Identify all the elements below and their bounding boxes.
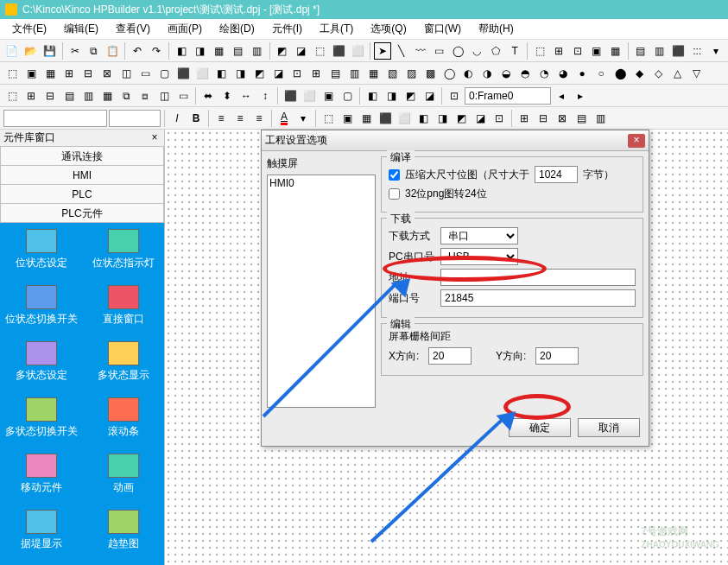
- align-06-icon[interactable]: ⧉: [117, 87, 135, 105]
- grid-x-input[interactable]: [428, 347, 472, 365]
- comp-04-icon[interactable]: ⊞: [60, 65, 78, 82]
- new-icon[interactable]: 📄: [3, 42, 21, 60]
- style-11-icon[interactable]: ⊞: [516, 110, 533, 127]
- align-22-icon[interactable]: ⊡: [446, 87, 463, 105]
- palette-item[interactable]: 位状态切换开关: [0, 282, 82, 337]
- palette-item[interactable]: 移动元件: [0, 451, 82, 505]
- comp-23-icon[interactable]: ▩: [421, 65, 439, 82]
- frame-prev-icon[interactable]: ◂: [553, 87, 570, 105]
- align-16-icon[interactable]: ▣: [320, 87, 337, 105]
- comp-01-icon[interactable]: ⬚: [3, 65, 21, 82]
- tool-20-icon[interactable]: ⬚: [531, 42, 548, 60]
- comp-34-icon[interactable]: ◆: [630, 65, 648, 82]
- style-10-icon[interactable]: ⊡: [491, 110, 508, 127]
- dialog-close-icon[interactable]: ×: [628, 134, 645, 148]
- comp-08-icon[interactable]: ▭: [136, 65, 154, 82]
- frame-selector[interactable]: [465, 87, 551, 105]
- style-01-icon[interactable]: ⬚: [320, 110, 337, 127]
- tool-23-icon[interactable]: ▣: [588, 42, 605, 60]
- sidebar-tab-plc-parts[interactable]: PLC元件: [0, 204, 164, 223]
- tool-09-icon[interactable]: ⬛: [330, 42, 347, 60]
- comp-06-icon[interactable]: ⊠: [98, 65, 116, 82]
- paste-icon[interactable]: 📋: [104, 42, 121, 60]
- align-19-icon[interactable]: ◨: [383, 87, 400, 105]
- comp-37-icon[interactable]: ▽: [687, 65, 705, 82]
- menu-help[interactable]: 帮助(H): [470, 20, 522, 38]
- sidebar-close-icon[interactable]: ×: [149, 132, 161, 144]
- text-icon[interactable]: T: [506, 42, 523, 60]
- align-10-icon[interactable]: ⬌: [199, 87, 217, 105]
- png-convert-checkbox[interactable]: [389, 188, 400, 200]
- sidebar-tab-plc[interactable]: PLC: [0, 185, 164, 204]
- tool-08-icon[interactable]: ⬚: [311, 42, 328, 60]
- align-20-icon[interactable]: ◩: [402, 87, 419, 105]
- hmi-list-item[interactable]: HMI0: [269, 177, 373, 189]
- align-14-icon[interactable]: ⬛: [282, 87, 299, 105]
- style-12-icon[interactable]: ⊟: [535, 110, 552, 127]
- comp-05-icon[interactable]: ⊟: [79, 65, 97, 82]
- align-03-icon[interactable]: ▤: [60, 87, 78, 105]
- port-input[interactable]: [440, 289, 636, 307]
- tool-05-icon[interactable]: ▥: [249, 42, 266, 60]
- tool-28-icon[interactable]: :::: [688, 42, 706, 60]
- palette-item[interactable]: 多状态显示: [82, 339, 164, 393]
- serial-port-select[interactable]: USB: [440, 248, 518, 265]
- tool-27-icon[interactable]: ⬛: [669, 42, 687, 60]
- tool-21-icon[interactable]: ⊞: [550, 42, 567, 60]
- save-icon[interactable]: 💾: [41, 42, 59, 60]
- align-11-icon[interactable]: ⬍: [218, 87, 236, 105]
- style-02-icon[interactable]: ▣: [339, 110, 356, 127]
- comp-15-icon[interactable]: ◪: [269, 65, 287, 82]
- rect-icon[interactable]: ▭: [431, 42, 448, 60]
- comp-22-icon[interactable]: ▨: [402, 65, 420, 82]
- comp-31-icon[interactable]: ●: [573, 65, 591, 82]
- tool-29-icon[interactable]: ▾: [707, 42, 725, 60]
- redo-icon[interactable]: ↷: [148, 42, 165, 60]
- comp-02-icon[interactable]: ▣: [22, 65, 40, 82]
- tool-02-icon[interactable]: ◨: [192, 42, 209, 60]
- style-07-icon[interactable]: ◨: [434, 110, 451, 127]
- copy-icon[interactable]: ⧉: [85, 42, 103, 60]
- pointer-icon[interactable]: ➤: [374, 42, 391, 60]
- addr-input[interactable]: [440, 269, 636, 286]
- comp-35-icon[interactable]: ◇: [649, 65, 667, 82]
- align-17-icon[interactable]: ▢: [339, 87, 356, 105]
- comp-32-icon[interactable]: ○: [592, 65, 610, 82]
- style-03-icon[interactable]: ▦: [358, 110, 375, 127]
- comp-13-icon[interactable]: ◨: [231, 65, 249, 82]
- tool-01-icon[interactable]: ◧: [173, 42, 190, 60]
- comp-09-icon[interactable]: ▢: [155, 65, 173, 82]
- align-08-icon[interactable]: ◫: [155, 87, 173, 105]
- align-05-icon[interactable]: ▦: [98, 87, 116, 105]
- menu-option[interactable]: 选项(Q): [362, 20, 415, 38]
- comp-20-icon[interactable]: ▦: [364, 65, 382, 82]
- comp-03-icon[interactable]: ▦: [41, 65, 59, 82]
- align-left-icon[interactable]: ⬚: [3, 87, 21, 105]
- comp-18-icon[interactable]: ▤: [326, 65, 344, 82]
- palette-item[interactable]: 多状态切换开关: [0, 395, 82, 449]
- palette-item[interactable]: 趋垫图: [82, 507, 164, 562]
- comp-10-icon[interactable]: ⬛: [174, 65, 192, 82]
- undo-icon[interactable]: ↶: [129, 42, 146, 60]
- open-icon[interactable]: 📂: [22, 42, 40, 60]
- style-06-icon[interactable]: ◧: [415, 110, 432, 127]
- comp-36-icon[interactable]: △: [668, 65, 686, 82]
- comp-12-icon[interactable]: ◧: [212, 65, 230, 82]
- bold-icon[interactable]: B: [187, 110, 205, 127]
- style-13-icon[interactable]: ⊠: [554, 110, 571, 127]
- polygon-icon[interactable]: ⬠: [487, 42, 504, 60]
- align-18-icon[interactable]: ◧: [364, 87, 381, 105]
- menu-draw[interactable]: 绘图(D): [211, 20, 263, 38]
- palette-item[interactable]: 多状态设定: [0, 339, 82, 393]
- grid-y-input[interactable]: [535, 347, 579, 365]
- palette-item[interactable]: 据堤显示: [0, 507, 82, 562]
- compress-size-input[interactable]: [535, 166, 578, 183]
- palette-item[interactable]: 直接窗口: [82, 282, 164, 337]
- style-09-icon[interactable]: ◪: [472, 110, 489, 127]
- style-05-icon[interactable]: ⬜: [396, 110, 413, 127]
- palette-item[interactable]: 位状态指示灯: [82, 226, 164, 281]
- tool-26-icon[interactable]: ▥: [651, 42, 668, 60]
- frame-next-icon[interactable]: ▸: [572, 87, 589, 105]
- style-08-icon[interactable]: ◩: [453, 110, 470, 127]
- text-align-right-icon[interactable]: ≡: [250, 110, 268, 127]
